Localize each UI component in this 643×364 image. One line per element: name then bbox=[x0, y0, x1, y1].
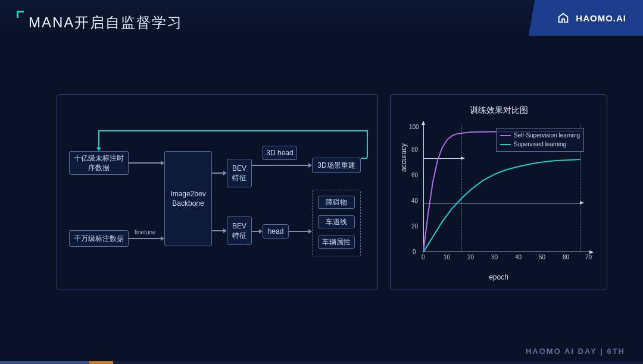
node-unlabeled-data: 十亿级未标注时 序数据 bbox=[69, 151, 129, 175]
line-supervised bbox=[423, 159, 580, 252]
finetune-label: finetune bbox=[135, 229, 156, 236]
node-backbone: Image2bev Backbone bbox=[164, 151, 212, 246]
feedback-arrow bbox=[367, 130, 368, 158]
node-obstacle: 障碍物 bbox=[318, 196, 355, 209]
arrow-head-icon bbox=[223, 171, 227, 175]
node-bev-feature-top: BEV 特征 bbox=[227, 159, 252, 187]
legend-item-self: Self-Supervision learning bbox=[500, 131, 580, 140]
legend-label-supervised: Supervised learning bbox=[514, 140, 566, 149]
chart-legend: Self-Supervision learning Supervised lea… bbox=[496, 128, 584, 152]
node-labeled-data: 千万级标注数据 bbox=[69, 230, 129, 247]
arrow bbox=[252, 165, 308, 166]
y-tick: 0 bbox=[413, 249, 416, 255]
slide-header: MANA开启自监督学习 HAOMO.AI bbox=[0, 0, 643, 42]
x-tick: 50 bbox=[539, 254, 545, 261]
arrow bbox=[129, 238, 161, 239]
node-bev-feature-bottom: BEV 特征 bbox=[227, 216, 252, 245]
node-3d-head: 3D head bbox=[263, 146, 297, 160]
feedback-arrow bbox=[361, 158, 367, 159]
brand-text: HAOMO.AI bbox=[576, 13, 626, 23]
y-tick: 20 bbox=[411, 223, 418, 230]
arrow-head-icon bbox=[259, 229, 263, 234]
brand-badge: HAOMO.AI bbox=[524, 0, 643, 36]
feedback-arrow bbox=[98, 130, 367, 131]
arrow bbox=[252, 231, 259, 232]
node-head: head bbox=[263, 224, 289, 239]
x-tick: 70 bbox=[585, 254, 592, 261]
x-tick: 40 bbox=[515, 254, 522, 261]
arrow-head-icon bbox=[308, 229, 312, 234]
arrow-head-icon bbox=[161, 236, 164, 241]
architecture-diagram-panel: 十亿级未标注时 序数据 千万级标注数据 Image2bev Backbone B… bbox=[57, 94, 378, 290]
slide-title: MANA开启自监督学习 bbox=[29, 13, 183, 32]
arrow bbox=[129, 162, 161, 164]
footer-text: HAOMO AI DAY | 6TH bbox=[526, 347, 625, 356]
brand-logo-icon bbox=[557, 11, 570, 24]
x-tick: 20 bbox=[467, 254, 474, 261]
legend-item-supervised: Supervised learning bbox=[500, 140, 580, 149]
arrow bbox=[212, 230, 223, 231]
progress-segment bbox=[0, 361, 89, 364]
x-axis-label: epoch bbox=[391, 273, 607, 281]
y-tick: 80 bbox=[411, 146, 418, 153]
x-tick: 0 bbox=[422, 254, 425, 261]
node-lane: 车道线 bbox=[318, 215, 355, 228]
legend-label-self: Self-Supervision learning bbox=[514, 131, 580, 140]
title-corner-decoration bbox=[17, 11, 24, 18]
node-scene-reconstruction: 3D场景重建 bbox=[312, 158, 361, 173]
arrow bbox=[212, 172, 223, 174]
legend-swatch bbox=[500, 135, 511, 136]
y-tick: 60 bbox=[411, 172, 418, 178]
arrow-head-icon bbox=[223, 228, 227, 233]
feedback-arrow bbox=[98, 130, 99, 148]
arrow-head-icon bbox=[308, 163, 312, 168]
legend-swatch bbox=[500, 144, 511, 145]
progress-segment-highlight bbox=[89, 361, 113, 364]
x-tick: 10 bbox=[444, 254, 450, 261]
feedback-arrow-head-icon bbox=[96, 148, 101, 151]
y-axis-label: accuracy bbox=[399, 143, 408, 172]
arrow bbox=[289, 231, 308, 232]
node-vehicle-attr: 车辆属性 bbox=[318, 236, 355, 249]
x-tick: 60 bbox=[563, 254, 569, 261]
x-tick: 30 bbox=[491, 254, 498, 261]
chart-plot-area: 0 20 40 60 80 100 0 10 20 30 40 50 60 70 bbox=[423, 124, 590, 252]
y-tick: 40 bbox=[411, 197, 418, 204]
y-tick: 100 bbox=[409, 124, 419, 130]
chart-title: 训练效果对比图 bbox=[391, 105, 607, 116]
chart-panel: 训练效果对比图 0 20 40 60 80 100 0 10 20 30 40 … bbox=[390, 94, 607, 290]
progress-bar bbox=[0, 361, 643, 364]
arrow-head-icon bbox=[161, 161, 164, 165]
